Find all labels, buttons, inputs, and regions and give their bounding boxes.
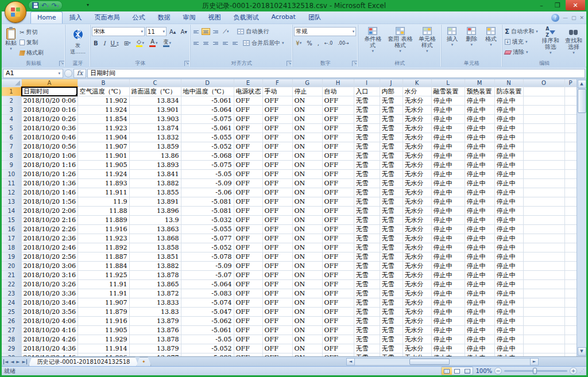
cell-O4[interactable] [523, 115, 564, 124]
cell-C24[interactable]: 13.833 [129, 298, 181, 308]
cell-H2[interactable]: OFF [322, 96, 354, 106]
cell-C20[interactable]: 13.882 [129, 262, 181, 271]
column-header-M[interactable]: M [465, 79, 494, 87]
cell-I14[interactable]: 无雪 [354, 207, 380, 216]
clear-button[interactable]: 清除▾ [504, 48, 539, 57]
cell-N19[interactable]: 停止中 [494, 252, 523, 262]
cell-O23[interactable] [523, 289, 564, 298]
cell-O16[interactable] [523, 225, 564, 234]
cell-P8[interactable] [564, 151, 577, 161]
cell-A19[interactable]: 2018/10/20 2:56 [21, 252, 78, 262]
cell-E29[interactable]: OFF [234, 344, 262, 353]
cell-F21[interactable]: OFF [262, 271, 292, 280]
cell-M3[interactable]: 停止中 [465, 106, 494, 115]
cell-K1[interactable]: 水分 [403, 87, 431, 96]
grow-font-button[interactable]: A▲ [168, 27, 177, 36]
cell-C16[interactable]: 13.863 [129, 225, 181, 234]
cell-P6[interactable] [564, 133, 577, 142]
cell-D9[interactable]: -5.075 [181, 161, 234, 170]
cell-A21[interactable]: 2018/10/20 3:16 [21, 271, 78, 280]
close-button[interactable]: ✕ [566, 0, 585, 10]
cell-C26[interactable]: 13.879 [129, 317, 181, 326]
ribbon-tab-页面布局[interactable]: 页面布局 [88, 11, 126, 24]
cell-O27[interactable] [523, 326, 564, 335]
cell-M19[interactable]: 停止中 [465, 252, 494, 262]
cell-I1[interactable]: 入口 [354, 87, 380, 96]
cell-N4[interactable]: 停止中 [494, 115, 523, 124]
cell-F25[interactable]: OFF [262, 308, 292, 317]
cell-B4[interactable]: 11.854 [78, 115, 129, 124]
cell-K18[interactable]: 无水分 [403, 243, 431, 252]
cell-G6[interactable]: ON [292, 133, 322, 142]
cell-J7[interactable]: 无雪 [380, 142, 403, 151]
cell-F18[interactable]: OFF [262, 243, 292, 252]
decrease-decimal-button[interactable]: .00→ [336, 38, 350, 48]
row-header-28[interactable]: 28 [2, 335, 21, 344]
format-cells-button[interactable]: 格式▾ [483, 26, 498, 59]
cell-B16[interactable]: 11.916 [78, 225, 129, 234]
cell-J4[interactable]: 无雪 [380, 115, 403, 124]
cell-E11[interactable]: OFF [234, 179, 262, 188]
cell-G2[interactable]: ON [292, 96, 322, 106]
cell-D13[interactable]: -5.081 [181, 197, 234, 207]
cell-N29[interactable]: 停止中 [494, 344, 523, 353]
insert-cells-button[interactable]: 插入▾ [444, 26, 459, 59]
vertical-scroll-thumb[interactable] [578, 89, 586, 113]
cell-A6[interactable]: 2018/10/20 0:46 [21, 133, 78, 142]
cell-P13[interactable] [564, 197, 577, 207]
cell-L20[interactable]: 停止中 [431, 262, 465, 271]
cell-H18[interactable]: OFF [322, 243, 354, 252]
row-header-17[interactable]: 17 [2, 234, 21, 243]
cell-E1[interactable]: 电源状态 [234, 87, 262, 96]
cell-O1[interactable] [523, 87, 564, 96]
cell-P20[interactable] [564, 262, 577, 271]
cell-M22[interactable]: 停止中 [465, 280, 494, 289]
clipboard-dialog-launcher[interactable]: ↘ [59, 61, 64, 66]
cell-J3[interactable]: 无雪 [380, 106, 403, 115]
cell-L8[interactable]: 停止中 [431, 151, 465, 161]
cell-O5[interactable] [523, 124, 564, 133]
ribbon-tab-公式[interactable]: 公式 [126, 11, 151, 24]
cell-E9[interactable]: OFF [234, 161, 262, 170]
cell-A10[interactable]: 2018/10/20 1:26 [21, 170, 78, 179]
cell-A2[interactable]: 2018/10/20 0:06 [21, 96, 78, 106]
cell-H3[interactable]: OFF [322, 106, 354, 115]
cell-B26[interactable]: 11.916 [78, 317, 129, 326]
cell-B11[interactable]: 11.893 [78, 179, 129, 188]
cell-L3[interactable]: 停止中 [431, 106, 465, 115]
cell-H20[interactable]: OFF [322, 262, 354, 271]
cell-N26[interactable]: 停止中 [494, 317, 523, 326]
cell-K13[interactable]: 无水分 [403, 197, 431, 207]
cell-I15[interactable]: 无雪 [354, 216, 380, 225]
cell-I21[interactable]: 无雪 [354, 271, 380, 280]
align-left-icon[interactable] [192, 40, 200, 46]
cell-J13[interactable]: 无雪 [380, 197, 403, 207]
cell-I12[interactable]: 无雪 [354, 188, 380, 197]
cell-F4[interactable]: OFF [262, 115, 292, 124]
cell-G5[interactable]: ON [292, 124, 322, 133]
doc-close-icon[interactable]: ✕ [579, 15, 584, 21]
row-header-5[interactable]: 5 [2, 124, 21, 133]
cell-I8[interactable]: 无雪 [354, 151, 380, 161]
paste-button[interactable]: 粘贴▾ [3, 26, 18, 59]
cell-F10[interactable]: OFF [262, 170, 292, 179]
cell-F1[interactable]: 手动 [262, 87, 292, 96]
format-as-table-button[interactable]: 套用 表格格式▾ [386, 26, 415, 59]
cell-L22[interactable]: 停止中 [431, 280, 465, 289]
cell-D26[interactable]: -5.062 [181, 317, 234, 326]
cell-B24[interactable]: 11.907 [78, 298, 129, 308]
bluetooth-send-button[interactable]: 发送…… [67, 26, 89, 59]
cell-B25[interactable]: 11.879 [78, 308, 129, 317]
row-header-8[interactable]: 8 [2, 151, 21, 161]
cell-O17[interactable] [523, 234, 564, 243]
row-header-22[interactable]: 22 [2, 280, 21, 289]
cell-O19[interactable] [523, 252, 564, 262]
row-header-19[interactable]: 19 [2, 252, 21, 262]
cell-E4[interactable]: OFF [234, 115, 262, 124]
cell-H6[interactable]: OFF [322, 133, 354, 142]
doc-restore-icon[interactable]: ▢ [571, 15, 577, 21]
cell-H9[interactable]: OFF [322, 161, 354, 170]
cell-O8[interactable] [523, 151, 564, 161]
phonetic-button[interactable]: 变▾ [161, 38, 173, 48]
cell-A3[interactable]: 2018/10/20 0:16 [21, 106, 78, 115]
